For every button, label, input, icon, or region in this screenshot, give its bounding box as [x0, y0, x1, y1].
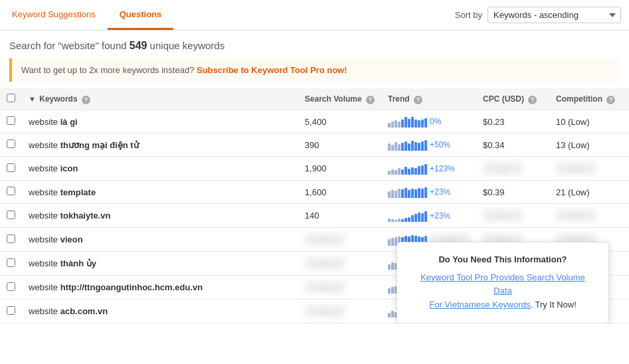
th-trend[interactable]: Trend ? [381, 88, 476, 110]
keyword-suffix: tokhaiyte.vn [58, 211, 110, 221]
trend-link[interactable]: +23% [430, 211, 450, 221]
trend-bar [408, 169, 410, 175]
trend-link[interactable]: 0% [430, 117, 441, 126]
trend-bar [391, 219, 394, 221]
tab-questions[interactable]: Questions [108, 0, 174, 30]
keyword-suffix: là gì [58, 117, 78, 127]
trend-bar [388, 264, 391, 270]
row-cpc: $0.39 [476, 181, 549, 204]
select-all-checkbox[interactable] [7, 94, 15, 102]
table-row: website là gì5,4000%$0.2310 (Low) [0, 110, 629, 134]
tabs-left: Keyword Suggestions Questions [0, 0, 173, 30]
promo-banner: Want to get up to 2x more keywords inste… [9, 58, 620, 82]
trend-link[interactable]: +123% [430, 164, 455, 173]
row-search-volume: 1,900 [298, 157, 381, 181]
row-keyword: website thương mại điện tử [22, 134, 298, 157]
keyword-info-icon[interactable]: ? [82, 96, 90, 104]
popup-suffix: . Try It Now! [530, 300, 576, 310]
trend-bar [404, 141, 407, 151]
row-checkbox[interactable] [7, 139, 15, 148]
trend-bar [398, 122, 401, 128]
trend-bar [408, 143, 410, 151]
blurred-cpc: ---- [483, 162, 523, 175]
sort-bar: Sort by Keywords - ascendingKeywords - d… [455, 7, 629, 23]
trend-bar [391, 169, 394, 175]
row-checkbox-cell [0, 181, 22, 204]
row-checkbox[interactable] [7, 234, 15, 243]
row-competition: 21 (Low) [549, 181, 629, 204]
keyword-suffix: acb.com.vn [58, 306, 108, 316]
tab-keyword-suggestions[interactable]: Keyword Suggestions [0, 0, 108, 30]
trend-link[interactable]: +23% [430, 187, 450, 197]
trend-bar [418, 213, 420, 222]
cpc-info-icon[interactable]: ? [528, 96, 537, 104]
th-competition[interactable]: Competition ? [549, 88, 629, 110]
row-cpc: ---- [476, 204, 549, 228]
promo-link[interactable]: Subscribe to Keyword Tool Pro now! [197, 65, 347, 75]
row-keyword: website vieon [22, 228, 298, 252]
trend-bar [424, 211, 427, 222]
row-checkbox-cell [0, 300, 22, 323]
row-checkbox[interactable] [7, 282, 15, 291]
row-cpc: $0.34 [476, 134, 549, 157]
pro-popup: Do You Need This Information? Keyword To… [397, 242, 609, 323]
trend-bar [395, 142, 397, 151]
row-keyword: website thành ủy [22, 252, 298, 276]
tabs-bar: Keyword Suggestions Questions Sort by Ke… [0, 0, 629, 31]
row-checkbox[interactable] [7, 187, 15, 195]
row-keyword: website là gì [22, 110, 298, 134]
row-search-volume: 5,400 [298, 110, 381, 134]
row-cpc: $0.23 [476, 110, 549, 134]
row-competition: ---- [549, 204, 629, 228]
trend-cell: +123% [388, 163, 470, 175]
th-search-volume[interactable]: Search Volume ? [298, 88, 381, 110]
popup-title: Do You Need This Information? [410, 253, 595, 267]
trend-bar [395, 120, 397, 128]
trend-cell: +23% [388, 210, 470, 222]
th-cpc[interactable]: CPC (USD) ? [476, 88, 549, 110]
blurred-sv: ---- [305, 233, 345, 246]
trend-bar [391, 122, 394, 128]
trend-bars [388, 139, 427, 151]
row-checkbox[interactable] [7, 116, 15, 125]
row-keyword: website template [22, 181, 298, 204]
trend-bar [404, 167, 407, 175]
trend-bar [391, 238, 394, 245]
sv-info-icon[interactable]: ? [366, 96, 375, 104]
blurred-sv: ---- [305, 281, 345, 294]
row-checkbox[interactable] [7, 258, 15, 267]
trend-bar [414, 168, 417, 175]
trend-bar [398, 168, 401, 175]
keyword-count: 549 [130, 40, 147, 51]
trend-bar [411, 141, 414, 151]
sort-select[interactable]: Keywords - ascendingKeywords - descendin… [488, 7, 621, 23]
row-checkbox[interactable] [7, 211, 15, 219]
sort-label: Sort by [455, 10, 482, 20]
keyword-base: website [29, 258, 58, 268]
comp-info-icon[interactable]: ? [606, 96, 615, 104]
keyword-suffix: template [58, 187, 96, 197]
trend-bar [388, 219, 391, 222]
trend-bar [388, 239, 391, 246]
blurred-competition: ---- [556, 209, 596, 222]
trend-bar [398, 189, 401, 198]
blurred-competition: ---- [556, 162, 596, 175]
row-search-volume: ---- [298, 276, 381, 300]
row-search-volume: 140 [298, 204, 381, 228]
trend-bar [398, 219, 401, 222]
trend-bar [411, 117, 414, 128]
th-keyword[interactable]: ▼ Keywords ? [22, 88, 298, 110]
trend-bar [421, 165, 424, 175]
row-checkbox[interactable] [7, 163, 15, 172]
trend-bar [388, 123, 391, 128]
row-checkbox-cell [0, 204, 22, 228]
row-search-volume: 390 [298, 134, 381, 157]
trend-bar [395, 220, 397, 221]
trend-bar [418, 166, 420, 175]
trend-cell: +50% [388, 139, 470, 151]
trend-info-icon[interactable]: ? [414, 96, 422, 104]
row-search-volume: ---- [298, 300, 381, 323]
trend-bar [418, 120, 420, 128]
row-checkbox[interactable] [7, 306, 15, 315]
trend-link[interactable]: +50% [430, 140, 450, 149]
